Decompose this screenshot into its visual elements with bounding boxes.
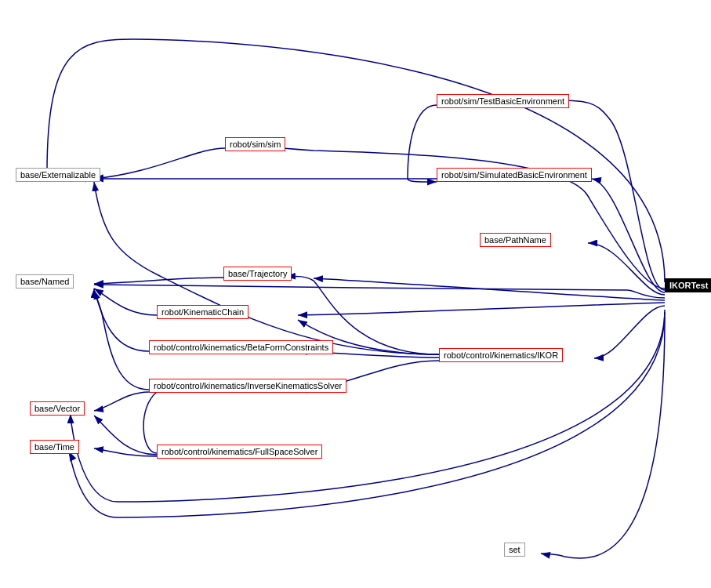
node-robot-control-kinematics-FullSpaceSolver: robot/control/kinematics/FullSpaceSolver	[157, 445, 322, 459]
node-robot-sim-sim: robot/sim/sim	[225, 137, 285, 151]
node-robot-control-kinematics-BetaFormConstraints: robot/control/kinematics/BetaFormConstra…	[149, 340, 333, 354]
node-base-Vector: base/Vector	[30, 401, 85, 416]
node-set: set	[504, 543, 525, 557]
node-base-Named: base/Named	[16, 274, 74, 289]
node-base-Externalizable: base/Externalizable	[16, 168, 100, 182]
node-base-Time: base/Time	[30, 440, 79, 454]
node-robot-control-kinematics-IKOR: robot/control/kinematics/IKOR	[439, 348, 563, 362]
node-robot-KinematicChain: robot/KinematicChain	[157, 305, 248, 319]
node-robot-sim-TestBasicEnvironment: robot/sim/TestBasicEnvironment	[437, 94, 569, 108]
node-robot-control-kinematics-InverseKinematicsSolver: robot/control/kinematics/InverseKinemati…	[149, 379, 346, 393]
node-robot-sim-SimulatedBasicEnvironment: robot/sim/SimulatedBasicEnvironment	[437, 168, 592, 182]
node-base-Trajectory: base/Trajectory	[223, 267, 292, 281]
node-IKORTest: IKORTest	[665, 278, 711, 292]
node-base-PathName: base/PathName	[480, 233, 551, 247]
